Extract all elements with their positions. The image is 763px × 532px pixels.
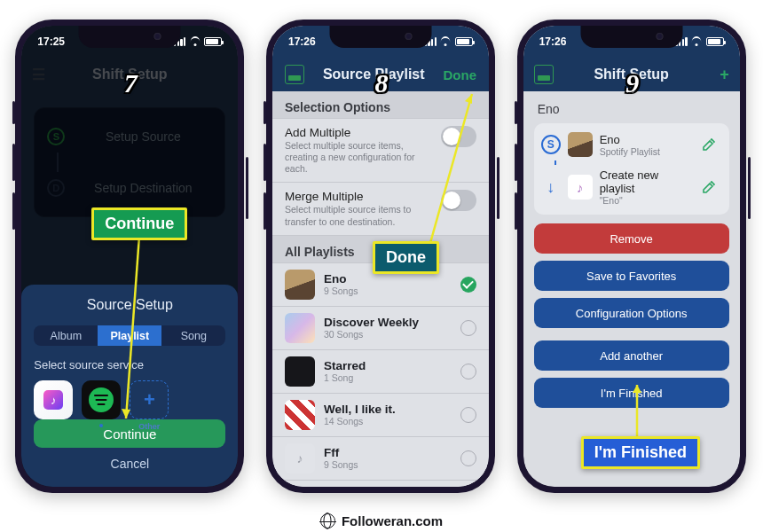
playlist-art (285, 400, 315, 430)
source-sub: Spotify Playlist (600, 146, 692, 157)
unselected-circle[interactable] (460, 364, 476, 379)
arrow-down-icon: ↓ (541, 177, 561, 197)
im-finished-button[interactable]: I'm Finished (534, 378, 729, 408)
playlist-art (285, 356, 315, 387)
notch (580, 26, 682, 48)
callout-finished: I'm Finished (581, 436, 700, 469)
library-icon[interactable] (534, 65, 554, 84)
wifi-icon (189, 37, 201, 46)
add-icon[interactable]: + (720, 66, 729, 84)
playlist-row[interactable]: Discover Weekly30 Songs (272, 307, 489, 350)
playlist-name: Eno (324, 272, 452, 286)
source-setup-sheet: Source Setup Album Playlist Song Select … (21, 285, 238, 487)
dest-node-icon: D (47, 179, 65, 197)
playlist-art (285, 313, 315, 343)
playlist-sub: 30 Songs (324, 329, 452, 340)
battery-icon (455, 37, 473, 46)
playlist-row[interactable]: Starred1 Song (272, 350, 489, 394)
option-title: Merge Multiple (285, 190, 430, 203)
wifi-icon (691, 37, 703, 46)
remove-button[interactable]: Remove (534, 223, 729, 254)
option-desc: Select multiple source items to transfer… (285, 204, 430, 227)
continue-button[interactable]: Continue (34, 419, 225, 448)
back-icon: ☰ (32, 66, 45, 84)
service-other[interactable]: +Other (130, 380, 169, 419)
cancel-button[interactable]: Cancel (34, 450, 225, 478)
unselected-circle[interactable] (460, 407, 476, 423)
notch (329, 26, 431, 48)
playlist-sub: 1 Song (324, 372, 452, 383)
source-node-icon: S (47, 128, 65, 145)
option-add-multiple[interactable]: Add Multiple Select multiple source item… (272, 118, 489, 183)
status-time: 17:26 (539, 35, 567, 48)
battery-icon (204, 37, 222, 46)
status-icons (174, 37, 222, 46)
playlist-art (568, 175, 593, 200)
sheet-title: Source Setup (34, 297, 225, 313)
notch (79, 26, 181, 48)
step-badge-9: 9 (615, 66, 650, 101)
callout-done: Done (373, 241, 439, 274)
phone-step-7: 7 17:25 ☰ Shift Setup S S (15, 20, 246, 493)
step-badge-7: 7 (113, 66, 148, 101)
battery-icon (706, 37, 724, 46)
source-name: Eno (600, 133, 692, 146)
unselected-circle[interactable] (460, 320, 476, 336)
playlist-art (285, 443, 315, 473)
playlist-art (285, 270, 315, 300)
globe-icon (320, 513, 335, 528)
save-favorites-button[interactable]: Save to Favorites (534, 261, 729, 291)
toggle-add-multiple[interactable] (441, 126, 476, 147)
playlist-row[interactable]: Hangover14 Songs (272, 481, 489, 487)
status-time: 17:26 (288, 35, 316, 48)
playlist-name: Fff (324, 446, 452, 459)
option-merge-multiple[interactable]: Merge Multiple Select multiple source it… (272, 183, 489, 235)
playlist-sub: 9 Songs (324, 459, 452, 470)
dest-sub: "Eno" (600, 195, 692, 206)
dest-name: Create new playlist (600, 168, 692, 195)
playlist-row[interactable]: Well, I like it.14 Songs (272, 394, 489, 437)
step-badge-8: 8 (364, 66, 399, 101)
footer-attribution: Followeran.com (0, 513, 763, 528)
playlist-sub: 14 Songs (324, 416, 452, 426)
playlist-row[interactable]: Fff9 Songs (272, 437, 489, 481)
apple-music-icon (43, 390, 63, 410)
add-another-button[interactable]: Add another (534, 340, 729, 371)
status-time: 17:25 (37, 35, 65, 48)
config-name: Eno (534, 100, 729, 123)
done-button[interactable]: Done (443, 67, 476, 82)
setup-source-row: Setup Source (74, 129, 212, 144)
spotify-icon (89, 387, 114, 412)
playlist-sub: 9 Songs (324, 286, 452, 296)
library-icon[interactable] (285, 65, 304, 84)
edit-source-icon[interactable] (699, 135, 719, 154)
checkmark-icon[interactable] (460, 277, 476, 293)
status-icons (425, 37, 473, 46)
phone-step-9: 9 17:26 Shift Setup + Eno S (517, 20, 748, 493)
service-apple-music[interactable] (34, 380, 73, 419)
footer-text: Followeran.com (342, 513, 443, 528)
toggle-merge-multiple[interactable] (441, 190, 476, 211)
config-options-button[interactable]: Configuration Options (534, 298, 729, 328)
callout-continue: Continue (91, 207, 187, 240)
playlist-name: Discover Weekly (324, 316, 452, 329)
playlist-art (568, 132, 593, 157)
segment-playlist[interactable]: Playlist (98, 325, 161, 346)
type-segment: Album Playlist Song (34, 325, 225, 346)
playlist-name: Well, I like it. (324, 403, 452, 416)
setup-dest-row: Setup Destination (74, 181, 212, 195)
segment-album[interactable]: Album (34, 325, 98, 346)
source-node-icon: S (541, 135, 561, 154)
unselected-circle[interactable] (460, 450, 476, 466)
playlist-name: Starred (324, 359, 452, 372)
option-desc: Select multiple source items, creating a… (285, 140, 430, 175)
other-label: Other (138, 422, 160, 431)
config-card: S Eno Spotify Playlist ↓ (534, 123, 729, 215)
service-spotify[interactable] (82, 380, 121, 419)
option-title: Add Multiple (285, 126, 430, 139)
segment-song[interactable]: Song (161, 325, 225, 346)
edit-dest-icon[interactable] (699, 177, 719, 197)
select-service-label: Select source service (34, 358, 225, 372)
phone-step-8: 8 17:26 Source Playlist Done Selection O… (266, 20, 497, 493)
wifi-icon (440, 37, 452, 46)
